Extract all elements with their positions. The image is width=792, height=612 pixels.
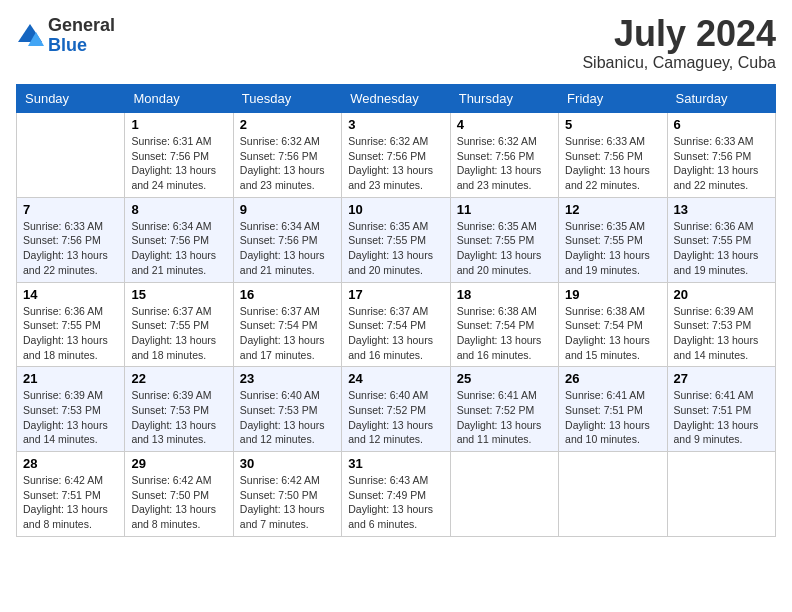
calendar-cell — [450, 452, 558, 537]
day-number: 21 — [23, 371, 118, 386]
month-year-title: July 2024 — [582, 16, 776, 52]
header-cell-tuesday: Tuesday — [233, 85, 341, 113]
day-number: 25 — [457, 371, 552, 386]
day-info: Sunrise: 6:38 AM Sunset: 7:54 PM Dayligh… — [565, 304, 660, 363]
calendar-cell: 15Sunrise: 6:37 AM Sunset: 7:55 PM Dayli… — [125, 282, 233, 367]
calendar-cell: 28Sunrise: 6:42 AM Sunset: 7:51 PM Dayli… — [17, 452, 125, 537]
calendar-table: SundayMondayTuesdayWednesdayThursdayFrid… — [16, 84, 776, 537]
header-cell-friday: Friday — [559, 85, 667, 113]
day-info: Sunrise: 6:38 AM Sunset: 7:54 PM Dayligh… — [457, 304, 552, 363]
day-info: Sunrise: 6:31 AM Sunset: 7:56 PM Dayligh… — [131, 134, 226, 193]
day-info: Sunrise: 6:40 AM Sunset: 7:53 PM Dayligh… — [240, 388, 335, 447]
day-number: 8 — [131, 202, 226, 217]
day-number: 5 — [565, 117, 660, 132]
day-info: Sunrise: 6:36 AM Sunset: 7:55 PM Dayligh… — [674, 219, 769, 278]
calendar-cell: 8Sunrise: 6:34 AM Sunset: 7:56 PM Daylig… — [125, 197, 233, 282]
day-number: 26 — [565, 371, 660, 386]
day-info: Sunrise: 6:42 AM Sunset: 7:50 PM Dayligh… — [240, 473, 335, 532]
calendar-cell: 1Sunrise: 6:31 AM Sunset: 7:56 PM Daylig… — [125, 113, 233, 198]
calendar-cell — [17, 113, 125, 198]
calendar-cell: 9Sunrise: 6:34 AM Sunset: 7:56 PM Daylig… — [233, 197, 341, 282]
day-number: 28 — [23, 456, 118, 471]
day-number: 3 — [348, 117, 443, 132]
page-header: General Blue July 2024 Sibanicu, Camague… — [16, 16, 776, 72]
logo-icon — [16, 22, 44, 50]
day-number: 7 — [23, 202, 118, 217]
day-info: Sunrise: 6:33 AM Sunset: 7:56 PM Dayligh… — [23, 219, 118, 278]
calendar-cell: 17Sunrise: 6:37 AM Sunset: 7:54 PM Dayli… — [342, 282, 450, 367]
day-number: 10 — [348, 202, 443, 217]
day-info: Sunrise: 6:41 AM Sunset: 7:51 PM Dayligh… — [565, 388, 660, 447]
calendar-cell: 18Sunrise: 6:38 AM Sunset: 7:54 PM Dayli… — [450, 282, 558, 367]
day-number: 2 — [240, 117, 335, 132]
day-info: Sunrise: 6:34 AM Sunset: 7:56 PM Dayligh… — [131, 219, 226, 278]
day-number: 20 — [674, 287, 769, 302]
calendar-cell: 16Sunrise: 6:37 AM Sunset: 7:54 PM Dayli… — [233, 282, 341, 367]
calendar-week-3: 14Sunrise: 6:36 AM Sunset: 7:55 PM Dayli… — [17, 282, 776, 367]
day-info: Sunrise: 6:37 AM Sunset: 7:54 PM Dayligh… — [348, 304, 443, 363]
day-info: Sunrise: 6:41 AM Sunset: 7:51 PM Dayligh… — [674, 388, 769, 447]
day-info: Sunrise: 6:33 AM Sunset: 7:56 PM Dayligh… — [674, 134, 769, 193]
calendar-cell: 14Sunrise: 6:36 AM Sunset: 7:55 PM Dayli… — [17, 282, 125, 367]
calendar-cell: 7Sunrise: 6:33 AM Sunset: 7:56 PM Daylig… — [17, 197, 125, 282]
title-section: July 2024 Sibanicu, Camaguey, Cuba — [582, 16, 776, 72]
day-info: Sunrise: 6:40 AM Sunset: 7:52 PM Dayligh… — [348, 388, 443, 447]
day-number: 13 — [674, 202, 769, 217]
day-number: 23 — [240, 371, 335, 386]
day-number: 22 — [131, 371, 226, 386]
day-number: 4 — [457, 117, 552, 132]
day-info: Sunrise: 6:39 AM Sunset: 7:53 PM Dayligh… — [131, 388, 226, 447]
day-number: 29 — [131, 456, 226, 471]
header-cell-sunday: Sunday — [17, 85, 125, 113]
calendar-header: SundayMondayTuesdayWednesdayThursdayFrid… — [17, 85, 776, 113]
day-info: Sunrise: 6:43 AM Sunset: 7:49 PM Dayligh… — [348, 473, 443, 532]
header-cell-saturday: Saturday — [667, 85, 775, 113]
calendar-cell: 11Sunrise: 6:35 AM Sunset: 7:55 PM Dayli… — [450, 197, 558, 282]
day-number: 1 — [131, 117, 226, 132]
calendar-week-2: 7Sunrise: 6:33 AM Sunset: 7:56 PM Daylig… — [17, 197, 776, 282]
calendar-cell: 3Sunrise: 6:32 AM Sunset: 7:56 PM Daylig… — [342, 113, 450, 198]
day-number: 27 — [674, 371, 769, 386]
day-info: Sunrise: 6:32 AM Sunset: 7:56 PM Dayligh… — [457, 134, 552, 193]
calendar-cell: 10Sunrise: 6:35 AM Sunset: 7:55 PM Dayli… — [342, 197, 450, 282]
calendar-cell: 25Sunrise: 6:41 AM Sunset: 7:52 PM Dayli… — [450, 367, 558, 452]
day-number: 18 — [457, 287, 552, 302]
calendar-cell: 21Sunrise: 6:39 AM Sunset: 7:53 PM Dayli… — [17, 367, 125, 452]
calendar-cell: 27Sunrise: 6:41 AM Sunset: 7:51 PM Dayli… — [667, 367, 775, 452]
calendar-cell: 20Sunrise: 6:39 AM Sunset: 7:53 PM Dayli… — [667, 282, 775, 367]
calendar-cell: 19Sunrise: 6:38 AM Sunset: 7:54 PM Dayli… — [559, 282, 667, 367]
day-info: Sunrise: 6:42 AM Sunset: 7:51 PM Dayligh… — [23, 473, 118, 532]
header-cell-thursday: Thursday — [450, 85, 558, 113]
logo-text: General Blue — [48, 16, 115, 56]
day-info: Sunrise: 6:32 AM Sunset: 7:56 PM Dayligh… — [348, 134, 443, 193]
logo-general: General — [48, 16, 115, 36]
logo: General Blue — [16, 16, 115, 56]
calendar-cell — [667, 452, 775, 537]
day-number: 19 — [565, 287, 660, 302]
day-info: Sunrise: 6:37 AM Sunset: 7:55 PM Dayligh… — [131, 304, 226, 363]
calendar-cell: 24Sunrise: 6:40 AM Sunset: 7:52 PM Dayli… — [342, 367, 450, 452]
day-info: Sunrise: 6:37 AM Sunset: 7:54 PM Dayligh… — [240, 304, 335, 363]
calendar-week-5: 28Sunrise: 6:42 AM Sunset: 7:51 PM Dayli… — [17, 452, 776, 537]
day-info: Sunrise: 6:35 AM Sunset: 7:55 PM Dayligh… — [565, 219, 660, 278]
day-info: Sunrise: 6:34 AM Sunset: 7:56 PM Dayligh… — [240, 219, 335, 278]
day-number: 6 — [674, 117, 769, 132]
calendar-cell: 5Sunrise: 6:33 AM Sunset: 7:56 PM Daylig… — [559, 113, 667, 198]
calendar-cell: 23Sunrise: 6:40 AM Sunset: 7:53 PM Dayli… — [233, 367, 341, 452]
header-cell-wednesday: Wednesday — [342, 85, 450, 113]
day-info: Sunrise: 6:39 AM Sunset: 7:53 PM Dayligh… — [674, 304, 769, 363]
day-info: Sunrise: 6:39 AM Sunset: 7:53 PM Dayligh… — [23, 388, 118, 447]
calendar-week-4: 21Sunrise: 6:39 AM Sunset: 7:53 PM Dayli… — [17, 367, 776, 452]
calendar-cell: 6Sunrise: 6:33 AM Sunset: 7:56 PM Daylig… — [667, 113, 775, 198]
location-subtitle: Sibanicu, Camaguey, Cuba — [582, 54, 776, 72]
calendar-cell: 12Sunrise: 6:35 AM Sunset: 7:55 PM Dayli… — [559, 197, 667, 282]
calendar-cell: 2Sunrise: 6:32 AM Sunset: 7:56 PM Daylig… — [233, 113, 341, 198]
day-info: Sunrise: 6:33 AM Sunset: 7:56 PM Dayligh… — [565, 134, 660, 193]
day-number: 9 — [240, 202, 335, 217]
header-cell-monday: Monday — [125, 85, 233, 113]
calendar-cell: 26Sunrise: 6:41 AM Sunset: 7:51 PM Dayli… — [559, 367, 667, 452]
day-info: Sunrise: 6:35 AM Sunset: 7:55 PM Dayligh… — [348, 219, 443, 278]
header-row: SundayMondayTuesdayWednesdayThursdayFrid… — [17, 85, 776, 113]
day-number: 12 — [565, 202, 660, 217]
day-info: Sunrise: 6:36 AM Sunset: 7:55 PM Dayligh… — [23, 304, 118, 363]
